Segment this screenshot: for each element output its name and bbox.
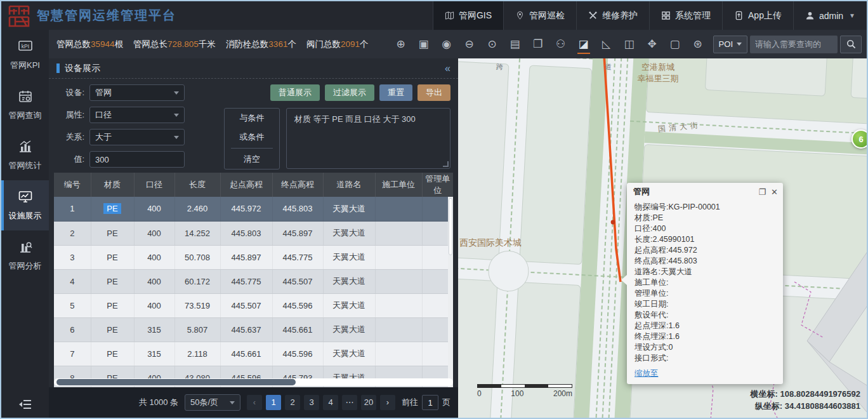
- close-icon[interactable]: ✕: [771, 188, 778, 196]
- analysis-chart-icon: [1, 240, 49, 256]
- sidebar: kPI管网KPI管网查询管网统计设施展示管网分析: [1, 30, 49, 418]
- nav-item-label: admin: [819, 11, 843, 21]
- value-label: 值:: [56, 154, 84, 165]
- prev-page-button[interactable]: ‹: [247, 395, 262, 410]
- sidebar-item-pipeline-kpi[interactable]: kPI管网KPI: [1, 30, 49, 80]
- top-nav: 管网GIS管网巡检维修养护系统管理App上传admin▼: [433, 1, 867, 30]
- page-button-⋯[interactable]: ⋯: [342, 395, 357, 410]
- map-search-input[interactable]: [750, 36, 838, 53]
- table-row[interactable]: 2PE40014.252445.803445.897天翼大道: [54, 221, 453, 245]
- page-title: 智慧管网运维管理平台: [37, 7, 176, 24]
- nav-item-pipeline-gis[interactable]: 管网GIS: [433, 1, 503, 30]
- device-select[interactable]: 管网: [89, 84, 185, 101]
- copy-layers-icon[interactable]: ❐: [527, 34, 549, 55]
- print-icon[interactable]: ▤: [504, 34, 527, 55]
- page-size-select[interactable]: 50条/页: [185, 394, 240, 411]
- or-condition-button[interactable]: 或条件: [225, 128, 279, 147]
- marker-locate-icon[interactable]: ◉: [435, 34, 458, 55]
- attribute-select[interactable]: 口径: [89, 107, 185, 123]
- table-horizontal-scrollbar[interactable]: [54, 378, 453, 386]
- page-button-2[interactable]: 2: [285, 395, 300, 410]
- sidebar-item-label: 管网统计: [1, 160, 49, 171]
- goto-page-input[interactable]: [422, 395, 438, 410]
- pager: ‹1234⋯20›: [247, 395, 395, 410]
- xixian-seal-logo: [8, 4, 30, 27]
- smart-pipeline-platform: 智慧管网运维管理平台 管网GIS管网巡检维修养护系统管理App上传admin▼ …: [0, 0, 868, 419]
- export-button[interactable]: 导出: [418, 84, 450, 101]
- stats-toolbar: 管网总数35944根管网总长728.805千米消防栓总数3361个阀门总数209…: [49, 30, 867, 58]
- filter-display-button[interactable]: 过滤展示: [325, 84, 374, 101]
- reset-button[interactable]: 重置: [379, 84, 412, 101]
- popup-field: 物探编号:KG-PIP-00001: [635, 202, 775, 213]
- and-condition-button[interactable]: 与条件: [225, 109, 279, 128]
- network-stats: 管网总数35944根管网总长728.805千米消防栓总数3361个阀门总数209…: [56, 39, 368, 50]
- popup-field: 材质:PE: [635, 213, 775, 223]
- nav-item-app-upload[interactable]: App上传: [722, 1, 793, 30]
- measure-icon[interactable]: ◺: [595, 34, 618, 55]
- sidebar-item-label: 设施展示: [1, 210, 49, 222]
- stat-item: 消防栓总数3361个: [226, 39, 296, 50]
- panel-collapse-button[interactable]: «: [445, 63, 450, 74]
- table-row[interactable]: 5PE40073.519445.507445.596天翼大道: [54, 293, 453, 317]
- map-scalebar: 0100200m: [477, 384, 572, 398]
- nav-item-label: 维修养护: [602, 10, 638, 22]
- zoom-in-icon[interactable]: ⊕: [390, 34, 412, 55]
- table-vertical-scrollbar[interactable]: [448, 197, 453, 387]
- collapse-menu-icon: [18, 399, 32, 410]
- page-button-4[interactable]: 4: [323, 395, 338, 410]
- column-header: 长度: [174, 173, 220, 197]
- popup-field: 管理单位:: [635, 288, 775, 299]
- sidebar-item-pipeline-statistics[interactable]: 管网统计: [1, 130, 49, 180]
- device-label: 设备:: [56, 87, 84, 98]
- condition-expression-box[interactable]: 材质 等于 PE 而且 口径 大于 300: [286, 108, 450, 169]
- cursor-coordinates: 横坐标: 108.80284491976592 纵坐标: 34.41808844…: [751, 389, 861, 413]
- table-row[interactable]: 6PE3155.807445.637445.661天翼大道: [54, 317, 453, 342]
- popup-field: 接口形式:: [635, 353, 775, 364]
- select-rect-icon[interactable]: ▢: [664, 34, 687, 55]
- clear-condition-button[interactable]: 清空: [225, 150, 279, 169]
- zoom-to-link[interactable]: 缩放至: [635, 368, 659, 379]
- gis-map[interactable]: 空港新城 幸福里三期 西安国际美术城 国清大街 跨 道 6 0100200m 横…: [458, 58, 867, 418]
- relation-select[interactable]: 大于: [89, 129, 185, 145]
- popup-field: 终点高程:445.803: [635, 256, 775, 267]
- sidebar-item-pipeline-query[interactable]: 管网查询: [1, 80, 49, 130]
- table-row[interactable]: 1PE4002.460445.972445.803天翼大道: [54, 197, 453, 221]
- nav-item-maintenance[interactable]: 维修养护: [576, 1, 649, 30]
- panel-header: 设备展示 «: [49, 58, 458, 79]
- cluster-marker[interactable]: 6: [852, 130, 867, 149]
- column-header: 口径: [134, 173, 174, 197]
- nav-item-system-management[interactable]: 系统管理: [649, 1, 722, 30]
- clear-selection-icon[interactable]: ◪: [572, 34, 595, 55]
- sidebar-item-label: 管网分析: [1, 260, 49, 272]
- sidebar-item-facility-display[interactable]: 设施展示: [1, 180, 49, 230]
- user-icon: [805, 11, 815, 20]
- nav-item-user-menu[interactable]: admin▼: [793, 1, 867, 30]
- table-row[interactable]: 7PE3152.118445.661445.596天翼大道: [54, 342, 453, 366]
- search-button[interactable]: [840, 36, 862, 53]
- topology-icon[interactable]: ⚇: [549, 34, 572, 55]
- overview-window-icon[interactable]: ◫: [618, 34, 641, 55]
- marker-minus-icon[interactable]: ⊖: [458, 34, 481, 55]
- page-button-3[interactable]: 3: [304, 395, 319, 410]
- value-input[interactable]: [89, 151, 185, 168]
- normal-display-button[interactable]: 普通展示: [270, 84, 320, 101]
- marker-plus-icon[interactable]: ⊙: [481, 34, 504, 55]
- popup-attributes: 物探编号:KG-PIP-00001材质:PE口径:400长度:2.4599010…: [627, 199, 783, 384]
- table-row[interactable]: 4PE40060.172445.775445.507天翼大道: [54, 269, 453, 293]
- grid-icon: [661, 11, 671, 20]
- sidebar-collapse-button[interactable]: [1, 399, 49, 413]
- full-extent-icon[interactable]: ▣: [412, 34, 435, 55]
- next-page-button[interactable]: ›: [380, 395, 395, 410]
- nav-item-pipeline-patrol[interactable]: 管网巡检: [503, 1, 576, 30]
- chevron-down-icon: [737, 43, 742, 46]
- page-button-20[interactable]: 20: [361, 395, 376, 410]
- sidebar-item-pipeline-analysis[interactable]: 管网分析: [1, 230, 49, 281]
- maximize-icon[interactable]: ❐: [758, 188, 766, 196]
- pan-hand-icon[interactable]: ✥: [641, 34, 664, 55]
- table-row[interactable]: 3PE40050.708445.897445.775天翼大道: [54, 245, 453, 269]
- search-icon: [846, 39, 856, 49]
- query-zoom-icon[interactable]: ⊛: [687, 34, 709, 55]
- page-button-1[interactable]: 1: [266, 395, 281, 410]
- sidebar-item-label: 管网KPI: [1, 60, 49, 71]
- poi-type-select[interactable]: POI: [713, 36, 747, 53]
